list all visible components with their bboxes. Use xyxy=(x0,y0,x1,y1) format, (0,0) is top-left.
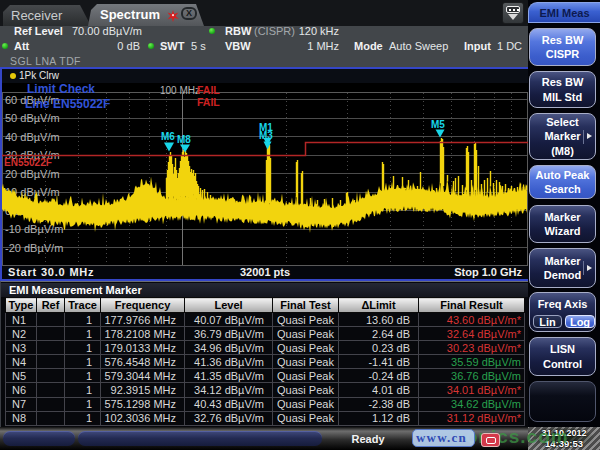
svg-text:-10 dBµV/m: -10 dBµV/m xyxy=(5,223,63,235)
svg-text:FAIL: FAIL xyxy=(197,96,220,108)
svg-text:40 dBµV/m: 40 dBµV/m xyxy=(5,131,60,143)
svg-text:Line EN55022F: Line EN55022F xyxy=(25,97,110,111)
svg-text:20 dBµV/m: 20 dBµV/m xyxy=(5,168,60,180)
svg-text:50 dBµV/m: 50 dBµV/m xyxy=(5,112,60,124)
svg-text:M8: M8 xyxy=(177,134,191,145)
svg-text:M5: M5 xyxy=(431,119,445,130)
svg-text:-20 dBµV/m: -20 dBµV/m xyxy=(5,242,63,254)
svg-text:FAIL: FAIL xyxy=(197,84,220,96)
svg-text:EN55022F: EN55022F xyxy=(4,157,52,168)
svg-text:M3: M3 xyxy=(259,130,273,141)
svg-text:100 MHz: 100 MHz xyxy=(160,85,200,96)
svg-text:Limit Check: Limit Check xyxy=(27,83,95,96)
svg-text:M6: M6 xyxy=(161,131,175,142)
